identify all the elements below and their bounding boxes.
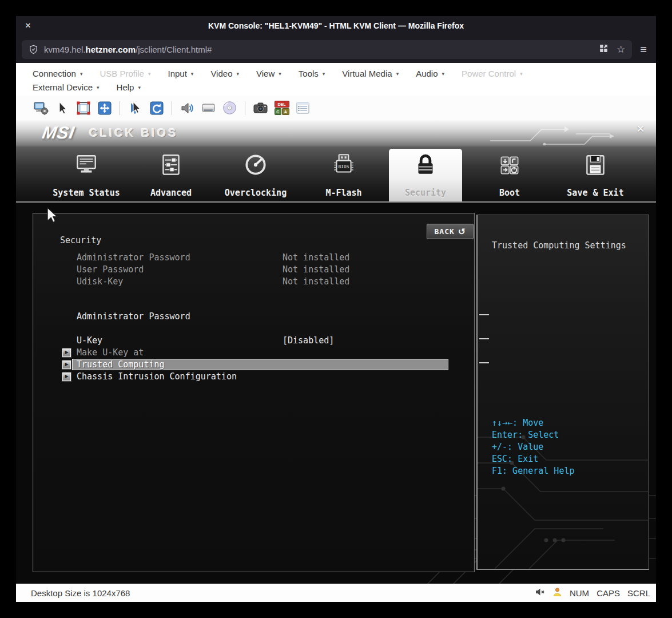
ctrl-alt-del-icon[interactable]: DELCA xyxy=(273,100,290,116)
url-path: /jsclient/Client.html# xyxy=(136,45,212,54)
bios-close-icon[interactable]: × xyxy=(637,121,645,137)
refresh-icon[interactable] xyxy=(148,100,165,116)
bookmark-star-icon[interactable]: ☆ xyxy=(617,43,625,56)
admin-password-setting[interactable]: Administrator Password xyxy=(77,311,190,322)
menu-audio[interactable]: Audio▾ xyxy=(416,69,444,78)
kvm-menu-bar: Connection▾ USB Profile▾ Input▾ Video▾ V… xyxy=(16,63,656,96)
scroll-lock-indicator: SCRL xyxy=(627,588,650,598)
trusted-computing-item[interactable]: ▶ Trusted Computing xyxy=(62,359,448,370)
security-lock-icon xyxy=(412,152,439,179)
tab-label: Security xyxy=(383,188,468,198)
menu-label: External Device xyxy=(33,82,93,92)
menu-tools[interactable]: Tools▾ xyxy=(299,69,325,78)
menu-view[interactable]: View▾ xyxy=(256,69,281,78)
audio-muted-icon[interactable] xyxy=(535,588,545,599)
caret-down-icon: ▾ xyxy=(279,70,281,77)
menu-video[interactable]: Video▾ xyxy=(210,69,239,78)
menu-label: Audio xyxy=(416,69,438,78)
panel-tick-mark xyxy=(479,362,489,363)
page-actions-grid-icon[interactable] xyxy=(599,43,609,56)
help-select: Enter: Select xyxy=(492,430,559,440)
setting-value: Not installed xyxy=(283,276,349,287)
caret-down-icon: ▾ xyxy=(138,84,141,90)
menu-help[interactable]: Help▾ xyxy=(117,82,141,92)
url-text: kvm49.hel.hetzner.com/jsclient/Client.ht… xyxy=(44,45,599,54)
menu-external-device[interactable]: External Device▾ xyxy=(33,82,100,92)
pointer-sync-icon[interactable] xyxy=(127,100,144,116)
admin-password-status-row: Administrator Password Not installed xyxy=(77,252,454,264)
fit-window-icon[interactable] xyxy=(75,100,92,116)
tab-save-exit[interactable]: Save & Exit xyxy=(552,147,638,201)
menu-hamburger-icon[interactable]: ≡ xyxy=(632,43,649,56)
tab-overclocking[interactable]: Overclocking xyxy=(213,147,299,201)
security-settings-panel: BACK↺ Security Administrator Password No… xyxy=(33,213,475,572)
click-bios-logo: CLICK BIOS xyxy=(89,126,178,140)
tab-label: Overclocking xyxy=(213,188,299,198)
tab-m-flash[interactable]: BIOS M-Flash xyxy=(301,147,387,201)
u-key-setting-row[interactable]: U-Key [Disabled] xyxy=(77,335,454,347)
make-u-key-item[interactable]: ▶ Make U-Key at xyxy=(62,347,448,358)
bios-tab-bar: System Status Advanced Overclocking BIOS… xyxy=(16,147,656,201)
tab-boot[interactable]: Boot xyxy=(467,147,552,201)
window-titlebar: × KVM Console: "HEL1-KVM49" - HTML KVM C… xyxy=(16,16,656,35)
back-button[interactable]: BACK↺ xyxy=(427,224,474,239)
menu-virtual-media[interactable]: Virtual Media▾ xyxy=(342,69,399,78)
return-arrow-icon: ↺ xyxy=(458,227,466,237)
pointer-icon[interactable] xyxy=(54,100,70,116)
caps-lock-indicator: CAPS xyxy=(597,588,620,598)
help-general: F1: General Help xyxy=(492,466,575,476)
setting-label: Udisk-Key xyxy=(77,276,123,287)
menu-label: Help xyxy=(117,82,134,92)
url-bar[interactable]: kvm49.hel.hetzner.com/jsclient/Client.ht… xyxy=(22,40,632,59)
remote-kvm-screen: msi CLICK BIOS × System Status Advanced xyxy=(16,120,656,584)
menu-row-2: External Device▾ Help▾ xyxy=(33,80,656,94)
firefox-window: × KVM Console: "HEL1-KVM49" - HTML KVM C… xyxy=(16,16,656,602)
url-host-prefix: kvm49.hel. xyxy=(44,45,86,54)
tab-label: Save & Exit xyxy=(552,188,638,198)
session-notes-icon[interactable] xyxy=(295,100,311,116)
help-move: ↑↓→←: Move xyxy=(492,418,543,428)
window-title: KVM Console: "HEL1-KVM49" - HTML KVM Cli… xyxy=(208,21,464,30)
tab-advanced[interactable]: Advanced xyxy=(128,147,214,201)
system-status-icon xyxy=(73,152,100,179)
expand-arrow-icon: ▶ xyxy=(62,348,71,358)
menu-label: Power Control xyxy=(462,69,516,78)
desktop-size-message: Desktop Size is 1024x768 xyxy=(31,588,130,598)
menu-input[interactable]: Input▾ xyxy=(168,69,193,78)
page-title: Security xyxy=(60,235,101,245)
fullscreen-icon[interactable] xyxy=(96,100,113,116)
storage-drive-icon[interactable] xyxy=(200,100,217,116)
toolbar-separator xyxy=(245,101,245,115)
ctrl-alt-del-keys: DELCA xyxy=(275,101,289,115)
submenu-label: Make U-Key at xyxy=(77,347,144,358)
menu-connection[interactable]: Connection▾ xyxy=(33,69,82,78)
toolbar-separator xyxy=(120,101,120,115)
menu-usb-profile: USB Profile▾ xyxy=(100,69,150,78)
screenshot-camera-icon[interactable] xyxy=(252,100,269,116)
tab-system-status[interactable]: System Status xyxy=(43,147,129,201)
setting-value: Not installed xyxy=(283,264,349,275)
caret-down-icon: ▾ xyxy=(191,70,194,77)
chassis-intrusion-item[interactable]: ▶ Chassis Intrusion Configuration xyxy=(62,371,448,382)
tab-label: M-Flash xyxy=(301,188,387,198)
shield-permissions-icon[interactable] xyxy=(29,45,38,54)
submenu-label: Chassis Intrusion Configuration xyxy=(77,371,237,382)
mouse-cursor xyxy=(46,207,59,225)
ctrl-key: C xyxy=(275,108,282,115)
display-settings-icon[interactable] xyxy=(33,100,49,116)
audio-icon[interactable] xyxy=(179,100,196,116)
caret-down-icon: ▾ xyxy=(236,70,239,77)
advanced-icon xyxy=(158,152,184,179)
expand-arrow-icon: ▶ xyxy=(62,360,71,370)
menu-power-control: Power Control▾ xyxy=(462,69,523,78)
cd-rom-icon[interactable] xyxy=(221,100,238,116)
help-panel-title: Trusted Computing Settings xyxy=(492,240,626,251)
tab-label: Advanced xyxy=(128,188,214,198)
menu-label: Video xyxy=(210,69,232,78)
kvm-toolbar: DELCA xyxy=(16,96,656,120)
window-close-icon[interactable]: × xyxy=(25,21,31,30)
tab-security[interactable]: Security xyxy=(383,147,468,201)
user-password-status-row: User Password Not installed xyxy=(77,264,454,276)
caret-down-icon: ▾ xyxy=(80,70,83,77)
m-flash-icon: BIOS xyxy=(331,152,357,179)
